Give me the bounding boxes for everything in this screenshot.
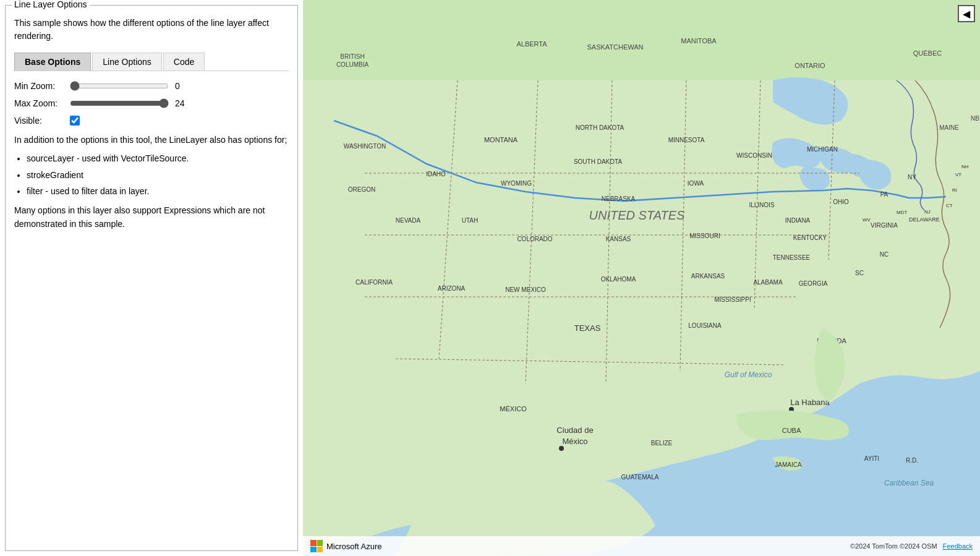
microsoft-logo: [310, 540, 323, 552]
ms-logo-red: [310, 540, 317, 546]
info-bullet1: sourceLayer - used with VectorTileSource…: [27, 152, 289, 165]
feedback-link[interactable]: Feedback: [943, 542, 973, 550]
visible-label: Visible:: [14, 116, 70, 126]
svg-text:KANSAS: KANSAS: [606, 236, 631, 242]
svg-text:OKLAHOMA: OKLAHOMA: [601, 276, 636, 283]
info-bullet-list: sourceLayer - used with VectorTileSource…: [27, 152, 289, 198]
svg-text:OHIO: OHIO: [833, 199, 849, 205]
svg-text:WYOMING: WYOMING: [501, 180, 532, 187]
visible-row: Visible:: [14, 116, 289, 126]
svg-text:ALABAMA: ALABAMA: [753, 279, 783, 286]
panel-title: Line Layer Options: [12, 0, 90, 9]
copyright-bar: ©2024 TomTom ©2024 OSM Feedback: [850, 542, 973, 550]
svg-text:PA: PA: [880, 191, 888, 198]
svg-text:VIRGINIA: VIRGINIA: [871, 222, 898, 229]
svg-text:MÉXICO: MÉXICO: [500, 405, 527, 413]
svg-text:NH: NH: [961, 164, 969, 169]
svg-text:JAMAICA: JAMAICA: [775, 461, 802, 468]
max-zoom-label: Max Zoom:: [14, 98, 70, 108]
svg-text:IOWA: IOWA: [688, 180, 704, 187]
tabs-container: Base Options Line Options Code: [14, 53, 289, 71]
svg-text:ILLINOIS: ILLINOIS: [749, 202, 774, 208]
svg-text:COLORADO: COLORADO: [517, 236, 552, 242]
svg-text:MICHIGAN: MICHIGAN: [807, 146, 838, 153]
svg-text:AYITI: AYITI: [864, 455, 879, 462]
svg-text:NEW MEXICO: NEW MEXICO: [505, 286, 546, 293]
svg-text:Caribbean Sea: Caribbean Sea: [884, 479, 934, 487]
min-zoom-slider-container: 0: [70, 81, 190, 91]
svg-text:MINNESOTA: MINNESOTA: [668, 137, 705, 143]
svg-text:GUATEMALA: GUATEMALA: [621, 474, 659, 481]
max-zoom-slider-container: 24: [70, 98, 190, 108]
svg-text:KENTUCKY: KENTUCKY: [793, 234, 827, 241]
svg-text:Gulf of Mexico: Gulf of Mexico: [725, 370, 772, 379]
info-bullet3: filter - used to filter data in layer.: [27, 184, 289, 198]
tab-code[interactable]: Code: [163, 53, 205, 71]
svg-text:MONTANA: MONTANA: [484, 136, 518, 143]
svg-text:QUÉBEC: QUÉBEC: [913, 49, 942, 57]
svg-text:ONTARIO: ONTARIO: [795, 62, 825, 69]
svg-text:CALIFORNIA: CALIFORNIA: [356, 279, 393, 286]
svg-text:SOUTH DAKOTA: SOUTH DAKOTA: [574, 158, 622, 165]
svg-text:INDIANA: INDIANA: [785, 217, 811, 224]
svg-text:ALBERTA: ALBERTA: [516, 40, 547, 48]
svg-text:CT: CT: [946, 203, 953, 208]
svg-text:BELIZE: BELIZE: [651, 440, 673, 447]
svg-text:NEVADA: NEVADA: [396, 217, 421, 224]
svg-text:MAINE: MAINE: [939, 124, 959, 131]
attribution-text: ©2024 TomTom ©2024 OSM: [850, 542, 937, 550]
svg-text:NB: NB: [971, 115, 979, 122]
svg-text:WISCONSIN: WISCONSIN: [736, 152, 772, 159]
visible-checkbox[interactable]: [70, 116, 80, 126]
left-panel: Line Layer Options This sample shows how…: [0, 0, 303, 556]
panel-border: Line Layer Options This sample shows how…: [5, 5, 298, 551]
info-paragraph1: In addition to the options in this tool,…: [14, 133, 289, 147]
svg-text:UNITED STATES: UNITED STATES: [589, 208, 685, 222]
svg-text:MISSISSIPPI: MISSISSIPPI: [714, 296, 751, 303]
min-zoom-row: Min Zoom: 0: [14, 81, 289, 91]
collapse-button[interactable]: ◀: [958, 5, 975, 22]
svg-text:VT: VT: [955, 172, 961, 177]
microsoft-azure-branding: Microsoft Azure: [310, 540, 382, 552]
min-zoom-value: 0: [175, 81, 190, 91]
svg-text:México: México: [562, 437, 587, 446]
svg-text:COLUMBIA: COLUMBIA: [336, 61, 369, 68]
visible-checkbox-wrapper: [70, 116, 80, 126]
svg-text:WV: WV: [863, 217, 871, 223]
svg-text:OREGON: OREGON: [348, 186, 375, 193]
svg-text:CUBA: CUBA: [782, 427, 801, 434]
svg-text:TENNESSEE: TENNESSEE: [773, 254, 811, 261]
min-zoom-label: Min Zoom:: [14, 81, 70, 91]
svg-text:IDAHO: IDAHO: [426, 171, 446, 177]
svg-text:Ciudad de: Ciudad de: [556, 426, 593, 435]
svg-text:SC: SC: [855, 270, 864, 276]
map-bottom-bar: Microsoft Azure ©2024 TomTom ©2024 OSM F…: [303, 536, 980, 556]
svg-text:MISSOURI: MISSOURI: [689, 233, 720, 239]
panel-description: This sample shows how the different opti…: [14, 17, 289, 43]
svg-text:NC: NC: [880, 251, 888, 258]
svg-text:WASHINGTON: WASHINGTON: [344, 143, 386, 150]
max-zoom-row: Max Zoom: 24: [14, 98, 289, 108]
svg-text:MDT: MDT: [897, 210, 907, 215]
min-zoom-slider[interactable]: [70, 81, 169, 91]
svg-text:NORTH DAKOTA: NORTH DAKOTA: [576, 124, 624, 131]
svg-text:NEBRASKA: NEBRASKA: [602, 195, 636, 202]
svg-text:RI: RI: [952, 187, 957, 193]
svg-text:GEORGIA: GEORGIA: [799, 280, 828, 287]
map-area[interactable]: ALBERTA MANITOBA SASKATCHEWAN ONTARIO QU…: [303, 0, 980, 556]
svg-text:NY: NY: [908, 174, 916, 181]
tab-base-options[interactable]: Base Options: [14, 53, 91, 71]
tab-line-options[interactable]: Line Options: [92, 53, 162, 71]
map-svg: ALBERTA MANITOBA SASKATCHEWAN ONTARIO QU…: [303, 0, 980, 556]
svg-text:ARIZONA: ARIZONA: [438, 285, 466, 292]
svg-text:SASKATCHEWAN: SASKATCHEWAN: [587, 43, 643, 51]
svg-text:TEXAS: TEXAS: [574, 323, 601, 333]
svg-text:MANITOBA: MANITOBA: [681, 37, 717, 45]
svg-point-70: [559, 446, 564, 451]
svg-text:BRITISH: BRITISH: [340, 53, 364, 60]
svg-text:LOUISIANA: LOUISIANA: [688, 322, 722, 329]
svg-text:ARKANSAS: ARKANSAS: [691, 273, 725, 280]
max-zoom-value: 24: [175, 98, 190, 108]
max-zoom-slider[interactable]: [70, 98, 169, 108]
svg-text:DELAWARE: DELAWARE: [909, 216, 940, 223]
